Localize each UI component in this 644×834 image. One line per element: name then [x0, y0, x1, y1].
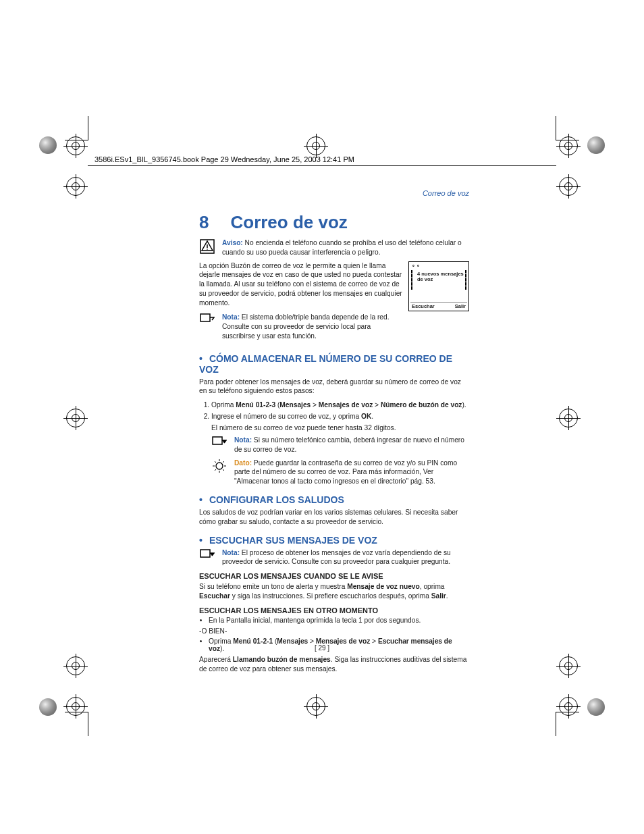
section-heading-store-number: •CÓMO ALMACENAR EL NÚMERO DE SU CORREO D…: [199, 353, 469, 375]
svg-line-13: [223, 461, 224, 463]
tip-block: Dato: Puede guardar la contraseña de su …: [211, 459, 469, 486]
svg-line-10: [215, 461, 216, 463]
warning-label: Aviso:: [222, 239, 243, 246]
page-number: [ 29 ]: [0, 644, 644, 652]
svg-line-12: [215, 469, 216, 471]
printer-sphere: [39, 698, 57, 716]
crop-mark: [65, 140, 88, 140]
steps-list: Oprima Menú 01-2-3 (Mensajes > Mensajes …: [199, 401, 469, 420]
phone-screen-illustration: ⚬⚬ 4 nuevos mensajes de voz Escuchar Sal…: [408, 261, 469, 311]
section2-text: Los saludos de voz podrían variar en los…: [199, 508, 469, 527]
registration-mark: [66, 656, 85, 675]
signal-bars-right: [465, 270, 466, 296]
warning-block: Aviso: No encienda el teléfono cuando se…: [199, 238, 469, 257]
warning-icon: [199, 238, 215, 254]
phone-softkey-left: Escuchar: [412, 303, 435, 309]
printer-sphere: [587, 136, 605, 154]
registration-mark: [306, 136, 325, 155]
registration-mark: [559, 656, 578, 675]
tip-text: Puede guardar la contraseña de su correo…: [234, 459, 457, 486]
subsection-heading-other-time: ESCUCHAR LOS MENSAJES EN OTRO MOMENTO: [199, 606, 469, 615]
note-block-2: Nota: Si su número telefónico cambia, de…: [211, 436, 469, 454]
registration-mark: [559, 697, 578, 716]
svg-point-5: [216, 463, 223, 469]
tape-icon: ⚬⚬: [411, 263, 421, 269]
crop-mark: [556, 140, 579, 140]
step-2-sub: El número de su correo de voz puede tene…: [211, 424, 469, 432]
svg-point-2: [207, 249, 208, 250]
or-separator: -O BIEN-: [199, 627, 469, 636]
note-text: El sistema doble/triple banda depende de…: [222, 313, 389, 340]
section1-intro: Para poder obtener los mensajes de voz, …: [199, 377, 469, 396]
note-icon: [199, 313, 215, 324]
note-text: El proceso de obtener los mensajes de vo…: [222, 549, 451, 566]
note-label: Nota:: [222, 549, 240, 556]
registration-mark: [66, 697, 85, 716]
registration-mark: [66, 177, 85, 196]
note-block-3: Nota: El proceso de obtener los mensajes…: [199, 548, 469, 567]
registration-mark: [66, 409, 85, 427]
step-1: Oprima Menú 01-2-3 (Mensajes > Mensajes …: [211, 401, 469, 409]
crop-mark: [556, 712, 556, 736]
crop-mark: [556, 712, 579, 712]
document-page: 3586i.ESv1_BIL_9356745.book Page 29 Wedn…: [0, 0, 644, 834]
chapter-heading: 8 Correo de voz: [199, 212, 469, 233]
note-label: Nota:: [222, 313, 240, 321]
chapter-number: 8: [199, 212, 209, 233]
section-heading-listen: •ESCUCHAR SUS MENSAJES DE VOZ: [199, 535, 469, 546]
sub1-text: Si su teléfono emite un tono de alerta y…: [199, 582, 469, 601]
svg-rect-3: [200, 314, 210, 321]
step-2: Ingrese el número de su correo de voz, y…: [211, 413, 469, 420]
phone-message-line2: de voz: [417, 276, 433, 282]
crop-mark: [88, 712, 88, 736]
registration-mark: [306, 697, 325, 716]
crop-mark: [556, 116, 556, 140]
note-block: Nota: El sistema doble/triple banda depe…: [199, 313, 403, 340]
section-heading-greetings: •CONFIGURAR LOS SALUDOS: [199, 494, 469, 505]
printer-sphere: [39, 136, 57, 154]
page-content: Correo de voz 8 Correo de voz Aviso: No …: [199, 189, 469, 679]
sub2-list: En la Pantalla inicial, mantenga oprimid…: [199, 617, 469, 624]
print-header-line: 3586i.ESv1_BIL_9356745.book Page 29 Wedn…: [95, 155, 354, 163]
registration-mark: [559, 409, 578, 427]
svg-line-11: [223, 469, 224, 471]
tip-label: Dato:: [234, 459, 252, 467]
note-icon: [199, 548, 215, 560]
svg-rect-14: [200, 550, 210, 557]
crop-mark: [88, 116, 88, 140]
note-text: Si su número telefónico cambia, deberá i…: [234, 436, 464, 453]
chapter-title: Correo de voz: [230, 212, 347, 233]
printer-sphere: [587, 698, 605, 716]
note-icon: [211, 436, 227, 454]
final-paragraph: Aparecerá Llamando buzón de mensajes. Si…: [199, 655, 469, 674]
tip-icon: [211, 459, 227, 486]
subsection-heading-when-notified: ESCUCHAR LOS MENSAJES CUANDO SE LE AVISE: [199, 572, 469, 580]
note-label: Nota:: [234, 436, 252, 444]
sub2-item-1: En la Pantalla inicial, mantenga oprimid…: [209, 617, 469, 624]
print-header-rule: [88, 165, 556, 166]
phone-softkey-right: Salir: [455, 303, 466, 309]
signal-bars-left: [411, 270, 412, 296]
running-header: Correo de voz: [199, 189, 469, 197]
crop-mark: [65, 712, 88, 712]
registration-mark: [559, 177, 578, 196]
warning-text: No encienda el teléfono cuando se prohíb…: [222, 239, 462, 256]
svg-rect-4: [213, 437, 222, 444]
